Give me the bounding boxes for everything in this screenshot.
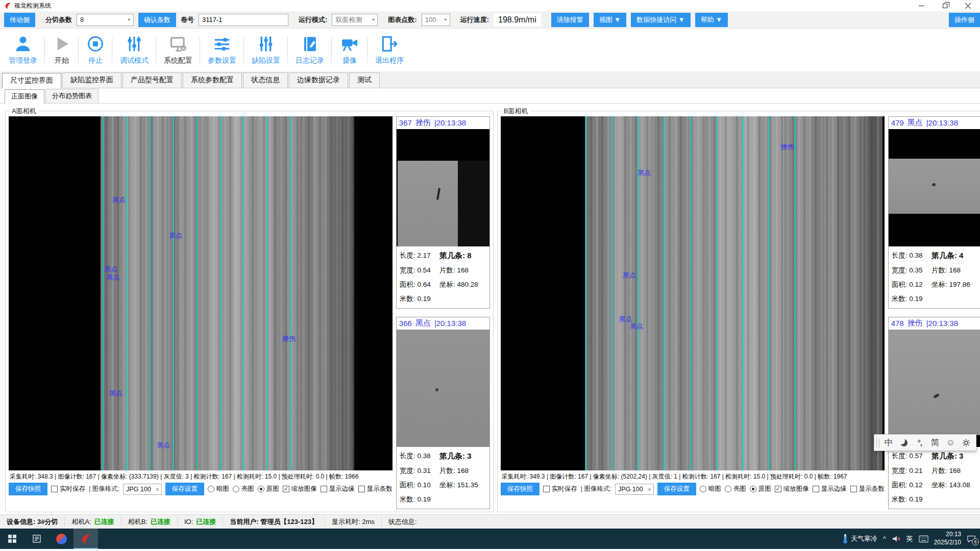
chart-points-select[interactable]: 100 ▼ [422, 14, 450, 26]
confirm-strips-button[interactable]: 确认条数 [138, 13, 176, 27]
restore-button[interactable] [933, 0, 957, 11]
stop-button[interactable]: 停止 [79, 32, 112, 66]
close-icon [965, 3, 971, 9]
zoom-image-checkbox[interactable]: ✓ [283, 486, 289, 492]
camera-record-button[interactable]: 摄像 [332, 32, 368, 66]
defect-thumbnail [889, 129, 980, 246]
ime-drag-handle[interactable] [876, 438, 879, 447]
cut-line [716, 116, 717, 470]
save-settings-button[interactable]: 保存设置 [165, 483, 204, 495]
task-view-button[interactable] [24, 529, 49, 549]
zoom-image-checkbox[interactable]: ✓ [775, 486, 781, 492]
drive-side-button[interactable]: 传动侧 [4, 13, 35, 27]
tray-expand-caret[interactable]: ^ [883, 535, 886, 542]
camera-image-a: 黑点黑点黑点黑点挫伤黑点黑点 [9, 116, 393, 470]
app-status-bar: 设备信息: 3#分切 相机A:已连接 相机B:已连接 IO:已连接 当前用户: … [0, 514, 980, 529]
help-menu-button[interactable]: 帮助 ▼ [695, 13, 728, 27]
taskbar-clock[interactable]: 20:13 2025/2/10 [934, 531, 961, 546]
ime-simplified-mode[interactable]: 简 [927, 437, 943, 448]
tab-status-info[interactable]: 状态信息 [243, 72, 288, 88]
strip-count-select[interactable]: 8 ▼ [77, 14, 134, 26]
save-settings-button[interactable]: 保存设置 [657, 483, 696, 495]
parameter-settings-button[interactable]: 参数设置 [200, 32, 244, 66]
vertical-sliders-icon [125, 33, 144, 55]
defect-stats: 长度: 0.57 第几条: 3 宽度: 0.21 片数: 168 面积: 0.1… [889, 447, 980, 509]
start-button[interactable]: 开始 [45, 32, 79, 66]
taskbar-app-browser[interactable] [49, 529, 74, 549]
tab-size-monitor[interactable]: 尺寸监控界面 [2, 73, 61, 88]
minimize-button[interactable] [910, 0, 933, 11]
ime-settings-button[interactable] [959, 439, 974, 447]
tab-test[interactable]: 测试 [349, 72, 380, 88]
log-record-button[interactable]: 日志记录 [288, 32, 332, 66]
ime-moon-fullhalf[interactable] [896, 439, 912, 446]
defect-stats: 长度: 2.17 第几条: 8 宽度: 0.54 片数: 168 面积: 0.6… [397, 246, 489, 308]
dark-image-radio[interactable] [700, 486, 706, 492]
tab-system-param-config[interactable]: 系统参数配置 [183, 72, 242, 88]
chevron-down-icon: ▼ [369, 14, 377, 26]
taskbar-app-vision-system[interactable] [74, 529, 98, 549]
start-button[interactable] [0, 529, 24, 549]
ime-punctuation-mode[interactable]: °, [912, 438, 927, 447]
subtab-trend-chart[interactable]: 分布趋势图表 [45, 89, 99, 103]
window-controls [910, 0, 980, 11]
close-button[interactable] [957, 0, 980, 11]
tab-defect-monitor[interactable]: 缺陷监控界面 [62, 72, 121, 88]
snapshot-button[interactable]: 保存快照 [501, 483, 540, 495]
run-speed-value: 198.9m/mi [494, 13, 541, 27]
run-mode-select[interactable]: 双面检测 ▼ [332, 14, 378, 26]
bright-image-radio[interactable] [725, 486, 731, 492]
film-strip [101, 116, 354, 470]
defect-thumbnail [397, 129, 489, 246]
defect-label: 黑点 [107, 273, 120, 282]
image-format-select[interactable]: JPG 100∨ [615, 484, 654, 495]
defect-header: 366黑点|20:13:38 [397, 317, 489, 330]
clear-alarm-button[interactable]: 清除报警 [551, 13, 589, 27]
image-format-select[interactable]: JPG 100∨ [123, 484, 162, 495]
defect-thumbnail [397, 330, 489, 447]
snapshot-button[interactable]: 保存快照 [9, 483, 47, 495]
weather-text: 天气寒冷 [851, 534, 877, 543]
bright-image-radio[interactable] [233, 486, 239, 492]
ime-emoji-button[interactable]: ☺ [943, 438, 958, 448]
roll-number-input[interactable] [199, 14, 288, 26]
debug-mode-button[interactable]: 调试模式 [112, 32, 156, 66]
weather-widget[interactable]: 天气寒冷 [842, 534, 877, 544]
show-edge-checkbox[interactable] [321, 486, 327, 492]
original-image-radio[interactable] [258, 486, 264, 492]
panel-b-title: B面相机 [502, 107, 530, 116]
current-user: 当前用户: 管理员【123-123】 [223, 517, 325, 527]
touch-keyboard-icon[interactable] [919, 535, 928, 543]
tab-edge-data-record[interactable]: 边缘数据记录 [289, 72, 348, 88]
show-edge-checkbox[interactable] [813, 486, 819, 492]
image-format-label: | 图像格式: [581, 485, 611, 493]
dark-image-radio[interactable] [208, 486, 214, 492]
defect-list-a: 367挫伤|20:13:38 长度: 2.17 第几条: 8 宽度: 0.54 … [396, 116, 490, 509]
show-strip-count-checkbox[interactable] [850, 486, 857, 492]
defect-header: 478挫伤|20:13:38 [889, 317, 980, 330]
show-strip-count-checkbox[interactable] [358, 486, 365, 492]
action-center-button[interactable]: 6 [967, 535, 976, 543]
moon-icon [900, 439, 908, 446]
data-quick-access-menu-button[interactable]: 数据快捷访问 ▼ [631, 13, 690, 27]
system-config-button[interactable]: 系统配置 [156, 32, 200, 66]
device-info: 设备信息: 3#分切 [0, 517, 65, 527]
cut-line [220, 116, 221, 470]
defect-label: 黑点 [157, 441, 170, 450]
ime-language-indicator[interactable]: 英 [906, 534, 913, 543]
ime-chinese-mode[interactable]: 中 [881, 437, 896, 448]
cut-line [126, 116, 127, 470]
subtab-front-image[interactable]: 正面图像 [5, 89, 44, 104]
original-image-radio[interactable] [750, 486, 756, 492]
exit-program-button[interactable]: 退出程序 [368, 32, 411, 66]
realtime-save-checkbox[interactable] [543, 486, 550, 492]
admin-login-button[interactable]: 管理登录 [1, 32, 45, 66]
defect-settings-button[interactable]: 缺陷设置 [244, 32, 288, 66]
tab-product-model-config[interactable]: 产品型号配置 [122, 72, 182, 88]
operator-side-button[interactable]: 操作侧 [949, 13, 980, 27]
view-menu-button[interactable]: 视图 ▼ [594, 13, 626, 27]
realtime-save-checkbox[interactable] [51, 486, 58, 492]
sub-tab-bar: 正面图像 分布趋势图表 [0, 88, 980, 104]
volume-muted-icon[interactable] [892, 535, 901, 543]
windows-taskbar: 天气寒冷 ^ 英 20:13 2025/2/10 6 [0, 529, 980, 549]
